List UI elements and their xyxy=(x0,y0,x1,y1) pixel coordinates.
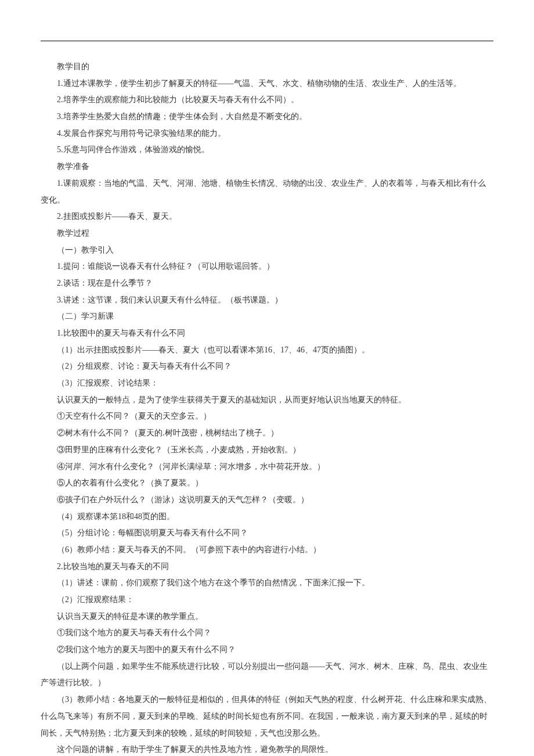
paragraph: 教学过程 xyxy=(41,225,493,242)
paragraph: ②我们这个地方的夏天与图中的夏天有什么不同？ xyxy=(41,642,493,658)
paragraph: ①我们这个地方的夏天与春天有什么个同？ xyxy=(41,625,493,642)
paragraph: 3.讲述：这节课，我们来认识夏天有什么特征。（板书课题。） xyxy=(41,292,493,309)
paragraph: （一）教学引入 xyxy=(41,242,493,259)
paragraph: （3）汇报观察、讨论结果： xyxy=(41,375,493,392)
paragraph: 这个问题的讲解，有助于学生了解夏天的共性及地方性，避免教学的局限性。 xyxy=(41,741,493,756)
paragraph: 认识夏天的一般特点，是为了使学生获得关于夏天的基础知识，从而更好地认识当地夏天的… xyxy=(41,392,493,409)
paragraph: 2.谈话：现在是什么季节？ xyxy=(41,275,493,292)
paragraph: （1）讲述：课前，你们观察了我们这个地方在这个季节的自然情况，下面来汇报一下。 xyxy=(41,575,493,592)
paragraph: 2.比较当地的夏天与春天的不同 xyxy=(41,559,493,575)
paragraph: （6）教师小结：夏天与春天的不同。（可参照下表中的内容进行小结。） xyxy=(41,542,493,559)
paragraph: 3.培养学生热爱大自然的情趣；使学生体会到，大自然是不断变化的。 xyxy=(41,109,493,125)
paragraph: 1.比较图中的夏天与春天有什么不同 xyxy=(41,325,493,342)
paragraph: 1.通过本课教学，使学生初步了解夏天的特征——气温、天气、水文、植物动物的生活、… xyxy=(41,75,493,92)
paragraph: 教学目的 xyxy=(41,59,493,75)
document-page: 教学目的 1.通过本课教学，使学生初步了解夏天的特征——气温、天气、水文、植物动… xyxy=(0,0,534,756)
document-body: 教学目的 1.通过本课教学，使学生初步了解夏天的特征——气温、天气、水文、植物动… xyxy=(41,59,493,756)
paragraph: 2.培养学生的观察能力和比较能力（比较夏天与春天有什么不同）。 xyxy=(41,92,493,109)
paragraph: （2）分组观察、讨论：夏天与春天有什么不同？ xyxy=(41,358,493,375)
paragraph: 5.乐意与同伴合作游戏，体验游戏的愉悦。 xyxy=(41,142,493,159)
paragraph: 1.提问：谁能说一说春天有什么特征？（可以用歌谣回答。） xyxy=(41,258,493,275)
paragraph: （3）教师小结：各地夏天的一般特征是相似的，但具体的特征（例如天气热的程度、什么… xyxy=(41,692,493,741)
paragraph: 教学准备 xyxy=(41,159,493,175)
paragraph: ②树木有什么不同？（夏天的.树叶茂密，桃树结出了桃子。） xyxy=(41,425,493,442)
paragraph: ⑥孩子们在户外玩什么？（游泳）这说明夏天的天气怎样？（变暖。） xyxy=(41,492,493,509)
paragraph: （2）汇报观察结果： xyxy=(41,592,493,609)
paragraph: ④河岸、河水有什么变化？（河岸长满绿草；河水增多，水中荷花开放。） xyxy=(41,459,493,476)
paragraph: （以上两个问题，如果学生不能系统进行比较，可以分别提出一些问题——天气、河水、树… xyxy=(41,658,493,692)
paragraph: ⑤人的衣着有什么变化？（换了夏装。） xyxy=(41,475,493,492)
paragraph: 认识当天夏天的特征是本课的教学重点。 xyxy=(41,609,493,625)
paragraph: ①天空有什么不同？（夏天的天空多云。） xyxy=(41,408,493,425)
paragraph: （5）分组讨论：每幅图说明夏天与春天有什么不同？ xyxy=(41,525,493,542)
paragraph: （4）观察课本第18和48页的图。 xyxy=(41,509,493,525)
paragraph: 2.挂图或投影片——春天、夏天。 xyxy=(41,208,493,225)
top-rule xyxy=(41,41,493,41)
paragraph: （二）学习新课 xyxy=(41,308,493,325)
paragraph: ③田野里的庄稼有什么变化？（玉米长高，小麦成熟，开始收割。） xyxy=(41,442,493,459)
paragraph: 1.课前观察：当地的气温、天气、河湖、池塘、植物生长情况、动物的出没、农业生产、… xyxy=(41,175,493,208)
paragraph: （1）出示挂图或投影片——春天、夏大（也可以看课本第16、17、46、47页的插… xyxy=(41,342,493,359)
paragraph: 4.发展合作探究与用符号记录实验结果的能力。 xyxy=(41,125,493,142)
